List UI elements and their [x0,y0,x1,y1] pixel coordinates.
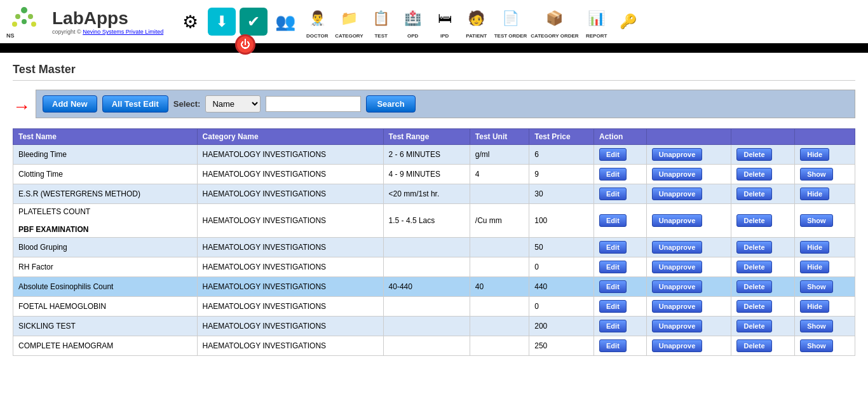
visibility-button[interactable]: Show [800,168,832,181]
unapprove-button[interactable]: Unapprove [652,261,702,273]
cell-range [383,317,470,336]
nav-people[interactable]: 👥 [271,8,299,36]
nav-ipd[interactable]: 🛏 IPD [431,4,459,39]
cell-price: 250 [529,336,594,356]
cell-unit: /Cu mm [470,204,529,238]
delete-button[interactable]: Delete [736,148,771,161]
cell-visibility: Show [795,277,855,297]
test-order-label: TEST ORDER [494,33,527,39]
nav-category-order[interactable]: 📦 CATEGORY ORDER [531,4,578,39]
visibility-button[interactable]: Hide [800,148,829,161]
delete-button[interactable]: Delete [736,214,771,227]
nav-key[interactable]: 🔑 [614,8,642,36]
nav-settings[interactable]: ⚙ [176,8,204,36]
cell-unit [470,257,529,277]
unapprove-button[interactable]: Unapprove [652,214,702,227]
cell-edit: Edit [594,297,647,317]
visibility-button[interactable]: Show [800,280,832,293]
cell-range: 4 - 9 MINUTES [383,165,470,184]
nav-report[interactable]: 📊 REPORT [583,4,611,39]
select-dropdown[interactable]: Name Category [205,95,261,113]
cell-test-name: SICKLING TEST [13,317,198,336]
cell-unit [470,238,529,257]
nav-test-order[interactable]: 📄 TEST ORDER [494,4,527,39]
cell-price: 6 [529,145,594,165]
edit-button[interactable]: Edit [599,300,627,313]
unapprove-button[interactable]: Unapprove [652,241,702,254]
power-button[interactable]: ⏻ [235,34,255,55]
visibility-button[interactable]: Hide [800,188,829,200]
unapprove-button[interactable]: Unapprove [652,280,702,293]
search-button[interactable]: Search [366,95,415,113]
cell-price: 0 [529,297,594,317]
edit-button[interactable]: Edit [599,280,627,293]
visibility-button[interactable]: Hide [800,300,829,313]
cell-delete: Delete [731,257,795,277]
edit-button[interactable]: Edit [599,261,627,273]
cell-price: 0 [529,257,594,277]
nav-test[interactable]: 📋 TEST [367,4,395,39]
report-label: REPORT [586,33,607,39]
visibility-button[interactable]: Show [800,214,832,227]
svg-text:NevonoSystems: NevonoSystems [6,40,39,41]
edit-button[interactable]: Edit [599,320,627,332]
cell-delete: Delete [731,277,795,297]
cell-edit: Edit [594,238,647,257]
visibility-button[interactable]: Show [800,339,832,352]
cell-price: 9 [529,165,594,184]
cell-range [383,297,470,317]
edit-button[interactable]: Edit [599,214,627,227]
cell-category: HAEMATOLOGY INVESTIGATIONS [197,204,383,238]
delete-button[interactable]: Delete [736,168,771,181]
unapprove-button[interactable]: Unapprove [652,300,702,313]
delete-button[interactable]: Delete [736,241,771,254]
cell-range [383,336,470,356]
cell-visibility: Show [795,317,855,336]
visibility-button[interactable]: Hide [800,241,829,254]
delete-button[interactable]: Delete [736,261,771,273]
visibility-button[interactable]: Show [800,320,832,332]
delete-button[interactable]: Delete [736,280,771,293]
edit-button[interactable]: Edit [599,188,627,200]
nav-doctor[interactable]: 👨‍⚕️ DOCTOR [303,4,331,39]
cell-range [383,238,470,257]
delete-button[interactable]: Delete [736,300,771,313]
edit-button[interactable]: Edit [599,241,627,254]
edit-button[interactable]: Edit [599,148,627,161]
logo-brand: NS NevonoSystems LabApps copyright © Nev… [5,3,163,41]
unapprove-button[interactable]: Unapprove [652,168,702,181]
cell-edit: Edit [594,184,647,204]
unapprove-button[interactable]: Unapprove [652,188,702,200]
edit-button[interactable]: Edit [599,168,627,181]
cell-unapprove: Unapprove [646,297,731,317]
unapprove-button[interactable]: Unapprove [652,320,702,332]
nav-patient[interactable]: 🧑 PATIENT [463,4,491,39]
nav-category[interactable]: 📁 CATEGORY [335,4,363,39]
unapprove-button[interactable]: Unapprove [652,148,702,161]
nav-opd[interactable]: 🏥 OPD [399,4,427,39]
logo-svg: NS NevonoSystems [5,3,43,41]
visibility-button[interactable]: Hide [800,261,829,273]
col-action: Action [594,129,647,145]
search-input[interactable] [266,96,361,112]
cell-visibility: Show [795,336,855,356]
unapprove-button[interactable]: Unapprove [652,339,702,352]
cell-test-name: FOETAL HAEMOGLOBIN [13,297,198,317]
edit-button[interactable]: Edit [599,339,627,352]
col-action4 [795,129,855,145]
delete-button[interactable]: Delete [736,188,771,200]
svg-text:NS: NS [6,32,15,39]
add-new-button[interactable]: Add New [43,95,97,113]
company-link[interactable]: Nevino Systems Private Limited [83,29,163,35]
cell-delete: Delete [731,297,795,317]
cell-unapprove: Unapprove [646,204,731,238]
all-test-edit-button[interactable]: All Test Edit [102,95,168,113]
delete-button[interactable]: Delete [736,320,771,332]
svg-point-5 [31,22,36,27]
cell-test-name: E.S.R (WESTERGRENS METHOD) [13,184,198,204]
nav-check[interactable]: ✔ [240,8,268,36]
nav-icons: ⚙ ⬇ ✔ 👥 👨‍⚕️ DOCTOR 📁 CATEGORY 📋 TEST [176,4,863,39]
key-icon: 🔑 [614,8,642,36]
nav-download[interactable]: ⬇ [208,8,236,36]
delete-button[interactable]: Delete [736,339,771,352]
